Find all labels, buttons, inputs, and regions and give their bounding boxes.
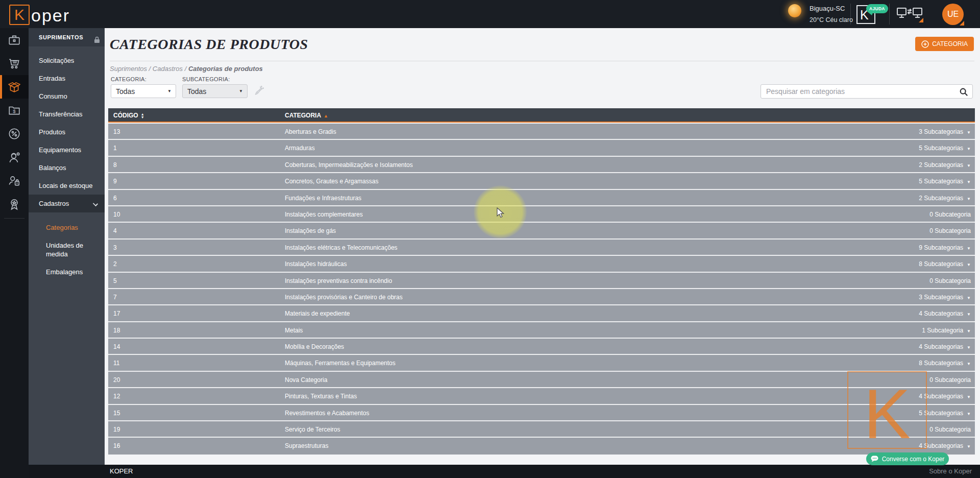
- table-row-supraestruturas[interactable]: 16Supraestruturas4 Subcategorias▼: [108, 438, 975, 454]
- expand-caret-icon[interactable]: ▼: [967, 312, 971, 317]
- table-row-coberturas-impermeabilizacoes-e-isolamentos[interactable]: 8Coberturas, Impermeabilizações e Isolam…: [108, 157, 975, 173]
- categoria-filter-select[interactable]: Todas▼: [111, 84, 176, 98]
- cell-subcategorias[interactable]: 9 Subcategorias▼: [919, 244, 971, 251]
- table-row-instalacoes-complementares[interactable]: 10Instalações complementares0 Subcategor…: [108, 206, 975, 223]
- cell-subcategorias[interactable]: 4 Subcategorias▼: [919, 343, 971, 350]
- weather-conditions: 20°C Céu claro: [810, 15, 845, 25]
- chat-with-koper-button[interactable]: Converse com o Koper: [866, 452, 949, 465]
- sidebar-item-transferencias[interactable]: Transferências: [29, 105, 105, 123]
- sidebar-item-solicitacoes[interactable]: Solicitações: [29, 52, 105, 69]
- column-header-codigo[interactable]: CÓDIGO▲▼: [113, 112, 144, 119]
- rail-item-open-box[interactable]: [0, 75, 29, 99]
- expand-caret-icon[interactable]: ▼: [967, 362, 971, 366]
- koper-logo[interactable]: K oper: [9, 4, 70, 26]
- cell-codigo: 15: [113, 410, 120, 417]
- cell-subcategorias[interactable]: 4 Subcategorias▼: [919, 442, 971, 449]
- rail-item-shopping-cart[interactable]: [0, 52, 29, 75]
- expand-caret-icon[interactable]: ▼: [967, 246, 971, 251]
- table-row-armaduras[interactable]: 1Armaduras5 Subcategorias▼: [108, 140, 975, 156]
- expand-caret-icon[interactable]: ▼: [967, 412, 971, 416]
- search-input[interactable]: [761, 85, 972, 98]
- table-row-mobilia-e-decoracoes[interactable]: 14Mobília e Decorações4 Subcategorias▼: [108, 339, 975, 355]
- expand-caret-icon[interactable]: ▼: [967, 147, 971, 151]
- cell-codigo: 8: [113, 161, 117, 169]
- cell-subcategorias[interactable]: 4 Subcategorias▼: [919, 310, 971, 317]
- expand-caret-icon[interactable]: ▼: [967, 345, 971, 350]
- table-row-pinturas-texturas-e-tintas[interactable]: 12Pinturas, Texturas e Tintas4 Subcatego…: [108, 388, 975, 404]
- cell-codigo: 6: [113, 195, 117, 202]
- search-box: [761, 84, 973, 99]
- search-icon[interactable]: [959, 87, 968, 97]
- module-title-label: SUPRIMENTOS: [39, 34, 83, 40]
- cell-subcategorias[interactable]: 8 Subcategorias▼: [919, 360, 971, 367]
- expand-caret-icon[interactable]: ▼: [967, 262, 971, 267]
- sidebar-item-entradas[interactable]: Entradas: [29, 69, 105, 87]
- table-row-instalacoes-hidraulicas[interactable]: 2Instalações hidráulicas8 Subcategorias▼: [108, 256, 975, 272]
- add-categoria-button[interactable]: CATEGORIA: [915, 37, 974, 51]
- table-row-nova-categoria[interactable]: 20Nova Categoria0 Subcategoria: [108, 372, 975, 388]
- shopping-cart-icon: [8, 57, 21, 70]
- cell-subcategorias[interactable]: 3 Subcategorias▼: [919, 128, 971, 135]
- breadcrumb-path[interactable]: Suprimentos / Cadastros /: [110, 65, 188, 73]
- sidebar-subitem-embalagens[interactable]: Embalagens: [29, 263, 105, 281]
- rail-item-briefcase[interactable]: [0, 28, 29, 52]
- column-header-categoria[interactable]: CATEGORIA▲: [285, 112, 328, 119]
- expand-caret-icon[interactable]: ▼: [967, 329, 971, 333]
- rail-item-finance-folder[interactable]: $: [0, 99, 29, 122]
- rail-item-quality-award[interactable]: [0, 193, 29, 216]
- expand-caret-icon[interactable]: ▼: [967, 130, 971, 135]
- cell-subcategorias[interactable]: 8 Subcategorias▼: [919, 260, 971, 268]
- expand-caret-icon[interactable]: ▼: [967, 197, 971, 201]
- cell-codigo: 10: [113, 211, 120, 218]
- cell-subcategorias[interactable]: 1 Subcategoria▼: [922, 327, 971, 334]
- expand-caret-icon[interactable]: ▼: [967, 444, 971, 449]
- cell-subcategorias[interactable]: 5 Subcategorias▼: [919, 178, 971, 185]
- table-row-metais[interactable]: 18Metais1 Subcategoria▼: [108, 322, 975, 339]
- sidebar-item-produtos[interactable]: Produtos: [29, 123, 105, 141]
- table-row-concretos-grautes-e-argamassas[interactable]: 9Concretos, Grautes e Argamassas5 Subcat…: [108, 173, 975, 189]
- expand-caret-icon[interactable]: ▼: [967, 296, 971, 300]
- cell-codigo: 4: [113, 227, 117, 234]
- cell-subcategorias[interactable]: 5 Subcategorias▼: [919, 145, 971, 152]
- clear-filters-button[interactable]: [253, 85, 264, 99]
- cell-subcategorias[interactable]: 2 Subcategorias▼: [919, 195, 971, 202]
- table-header: CÓDIGO▲▼ CATEGORIA▲: [108, 108, 975, 123]
- sidebar-item-consumo[interactable]: Consumo: [29, 87, 105, 105]
- table-row-maquinas-ferramentas-e-equipamentos[interactable]: 11Máquinas, Ferramentas e Equipamentos8 …: [108, 355, 975, 371]
- table-row-instalacoes-eletricas-e-telecomunicacoes[interactable]: 3Instalações elétricas e Telecomunicaçõe…: [108, 240, 975, 256]
- chat-bubble-icon: [871, 456, 878, 462]
- table-row-fundacoes-e-infraestruturas[interactable]: 6Fundações e Infraestruturas2 Subcategor…: [108, 190, 975, 206]
- table-row-materiais-de-expediente[interactable]: 17Materiais de expediente4 Subcategorias…: [108, 305, 975, 322]
- select-arrow-icon: ▼: [239, 89, 243, 93]
- rail-item-percent[interactable]: [0, 122, 29, 146]
- cell-subcategorias[interactable]: 2 Subcategorias▼: [919, 161, 971, 169]
- rail-item-worker[interactable]: [0, 146, 29, 169]
- sidebar-item-locais-de-estoque[interactable]: Locais de estoque: [29, 177, 105, 195]
- sidebar-menu-items: SolicitaçõesEntradasConsumoTransferência…: [29, 46, 105, 195]
- subcategoria-filter-select[interactable]: Todas▼: [182, 84, 248, 98]
- cell-codigo: 20: [113, 376, 120, 384]
- table-row-instalacoes-preventivas-contra-incendio[interactable]: 5Instalações preventivas contra incêndio…: [108, 273, 975, 289]
- cell-subcategorias: 0 Subcategoria: [929, 211, 971, 218]
- cell-subcategorias[interactable]: 3 Subcategorias▼: [919, 294, 971, 301]
- cell-subcategorias[interactable]: 4 Subcategorias▼: [919, 393, 971, 400]
- sidebar-item-equipamentos[interactable]: Equipamentos: [29, 141, 105, 159]
- sidebar-subitem-unidades-de-medida[interactable]: Unidades de medida: [29, 236, 105, 263]
- table-row-instalacoes-de-gas[interactable]: 4Instalações de gás0 Subcategoria: [108, 223, 975, 239]
- sidebar-subitem-categorias[interactable]: Categorias: [29, 219, 105, 236]
- expand-caret-icon[interactable]: ▼: [967, 395, 971, 399]
- expand-caret-icon[interactable]: ▼: [967, 163, 971, 168]
- top-bar: K oper Biguaçu-SC 20°C Céu claro K AJUDA…: [0, 0, 980, 28]
- expand-caret-icon[interactable]: ▼: [967, 180, 971, 184]
- footer-about-link[interactable]: Sobre o Koper: [929, 467, 972, 475]
- table-row-instalacoes-provisorias-e-canteiro-de-obras[interactable]: 7Instalações provisórias e Canteiro de o…: [108, 289, 975, 305]
- codigo-header-label: CÓDIGO: [113, 112, 138, 119]
- cell-subcategorias[interactable]: 5 Subcategorias▼: [919, 410, 971, 417]
- remote-access-button[interactable]: [896, 7, 924, 25]
- table-row-servico-de-terceiros[interactable]: 19Serviço de Terceiros0 Subcategoria: [108, 421, 975, 438]
- rail-item-supplier[interactable]: [0, 169, 29, 193]
- table-row-revestimentos-e-acabamentos[interactable]: 15Revestimentos e Acabamentos5 Subcatego…: [108, 405, 975, 421]
- sidebar-item-cadastros[interactable]: Cadastros: [29, 195, 105, 212]
- table-row-aberturas-e-gradis[interactable]: 13Aberturas e Gradis3 Subcategorias▼: [108, 124, 975, 140]
- sidebar-item-balancos[interactable]: Balanços: [29, 159, 105, 177]
